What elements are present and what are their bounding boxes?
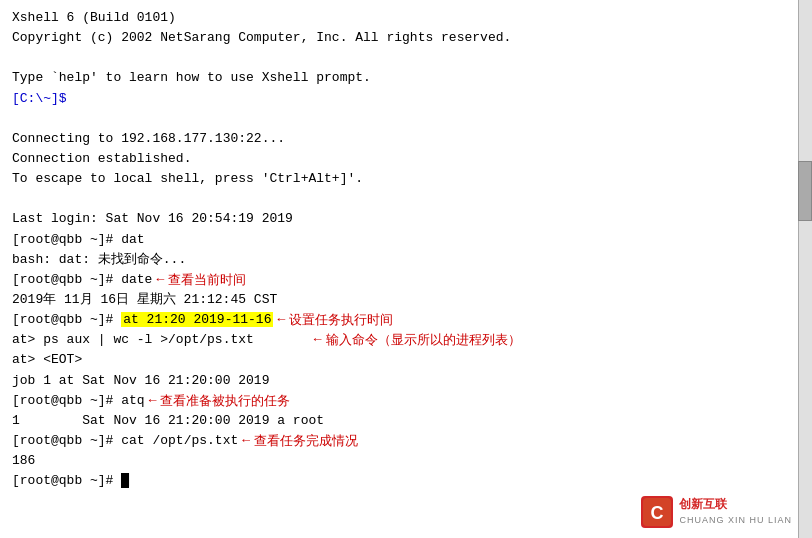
- at-command-row: [root@qbb ~]# at 21:20 2019-11-16 ← 设置任务…: [12, 310, 800, 330]
- terminal-line: Type `help' to learn how to use Xshell p…: [12, 68, 800, 88]
- annotation-atq: 查看准备被执行的任务: [160, 391, 290, 411]
- terminal-line: To escape to local shell, press 'Ctrl+Al…: [12, 169, 800, 189]
- arrow-icon: ←: [149, 391, 157, 411]
- watermark: C 创新互联 CHUANG XIN HU LIAN: [641, 495, 792, 528]
- arrow-icon: ←: [277, 310, 285, 330]
- terminal-line: Copyright (c) 2002 NetSarang Computer, I…: [12, 28, 800, 48]
- terminal-line: job 1 at Sat Nov 16 21:20:00 2019: [12, 371, 800, 391]
- watermark-text-block: 创新互联 CHUANG XIN HU LIAN: [679, 495, 792, 528]
- terminal-window: Xshell 6 (Build 0101) Copyright (c) 2002…: [0, 0, 812, 538]
- date-line-row: [root@qbb ~]# date ← 查看当前时间: [12, 270, 800, 290]
- watermark-pinyin: CHUANG XIN HU LIAN: [679, 514, 792, 528]
- terminal-line: [root@qbb ~]# at 21:20 2019-11-16: [12, 310, 273, 330]
- terminal-line: [root@qbb ~]# date: [12, 270, 152, 290]
- terminal-line: [12, 109, 800, 129]
- terminal-line: 1 Sat Nov 16 21:20:00 2019 a root: [12, 411, 800, 431]
- ps-aux-row: at> ps aux | wc -l >/opt/ps.txt ← 输入命令（显…: [12, 330, 800, 350]
- terminal-line: 2019年 11月 16日 星期六 21:12:45 CST: [12, 290, 800, 310]
- arrow-icon: ←: [242, 431, 250, 451]
- terminal-prompt: [C:\~]$: [12, 89, 800, 109]
- annotation-at: 设置任务执行时间: [289, 310, 393, 330]
- annotation-ps: 输入命令（显示所以的进程列表）: [326, 330, 521, 350]
- terminal-line: [root@qbb ~]# cat /opt/ps.txt: [12, 431, 238, 451]
- terminal-line: [12, 48, 800, 68]
- terminal-line: bash: dat: 未找到命令...: [12, 250, 800, 270]
- atq-row: [root@qbb ~]# atq ← 查看准备被执行的任务: [12, 391, 800, 411]
- terminal-line: Connection established.: [12, 149, 800, 169]
- terminal-line: at> ps aux | wc -l >/opt/ps.txt: [12, 330, 254, 350]
- terminal-line: [root@qbb ~]# dat: [12, 230, 800, 250]
- terminal-line: [root@qbb ~]# █: [12, 471, 800, 491]
- arrow-icon: ←: [314, 330, 322, 350]
- scrollbar-thumb[interactable]: [798, 161, 812, 221]
- cat-row: [root@qbb ~]# cat /opt/ps.txt ← 查看任务完成情况: [12, 431, 800, 451]
- scrollbar[interactable]: [798, 0, 812, 538]
- arrow-icon: ←: [156, 270, 164, 290]
- terminal-line: Last login: Sat Nov 16 20:54:19 2019: [12, 209, 800, 229]
- watermark-icon: C: [641, 496, 673, 528]
- watermark-brand: 创新互联: [679, 495, 792, 514]
- terminal-line: [12, 189, 800, 209]
- annotation-date: 查看当前时间: [168, 270, 246, 290]
- svg-text:C: C: [651, 503, 664, 523]
- terminal-line: Xshell 6 (Build 0101): [12, 8, 800, 28]
- terminal-line: [root@qbb ~]# atq: [12, 391, 145, 411]
- terminal-line: at> <EOT>: [12, 350, 800, 370]
- terminal-line: 186: [12, 451, 800, 471]
- annotation-cat: 查看任务完成情况: [254, 431, 358, 451]
- terminal-line: Connecting to 192.168.177.130:22...: [12, 129, 800, 149]
